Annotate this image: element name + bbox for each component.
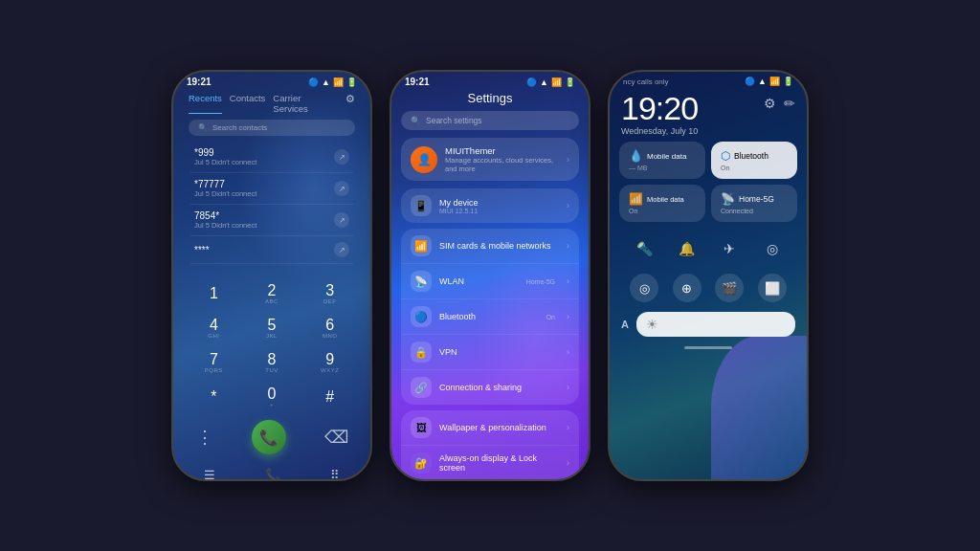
aod-arrow: ›: [567, 458, 569, 468]
settings-aod[interactable]: 🔐 Always-on display & Lock screen ›: [401, 446, 579, 479]
vpn-icon: 🔒: [411, 342, 432, 363]
settings-icon[interactable]: ⚙: [345, 93, 355, 114]
call-item-1[interactable]: *999 Jul 5 Didn't connect ↗: [190, 142, 353, 173]
device-version: MIUI 12.5.11: [439, 208, 559, 214]
call-date-1: Jul 5 Didn't connect: [194, 158, 256, 166]
nav-phone-icon[interactable]: 📞: [265, 468, 280, 479]
home-indicator[interactable]: [684, 346, 732, 349]
tile-data-indicator[interactable]: 📶 Mobile data On: [619, 185, 705, 222]
settings-sim[interactable]: 📶 SIM cards & mobile networks ›: [401, 229, 579, 264]
key-4[interactable]: 4GHI: [187, 313, 241, 343]
call-action-4[interactable]: ↗: [334, 242, 349, 257]
scan-btn[interactable]: ⊕: [673, 274, 702, 302]
mobile-data-label: Mobile data: [647, 152, 686, 161]
settings-section-device: 📱 My device MIUI 12.5.11 ›: [401, 188, 579, 223]
wallpaper-icon: 🖼: [411, 417, 432, 438]
brightness-slider[interactable]: ☀: [636, 312, 795, 337]
phone-3-screen: ncy calls only 🔵 ▲ 📶 🔋 19:20 Wednesday, …: [610, 72, 807, 479]
status-bar-1: 19:21 🔵 ▲ 📶 🔋: [173, 72, 370, 89]
numpad-menu[interactable]: ⋮: [196, 427, 213, 448]
tab-carrier[interactable]: Carrier Services: [273, 93, 338, 114]
cc-date: Wednesday, July 10: [621, 126, 698, 136]
data-indicator-label: Mobile data: [647, 195, 684, 204]
settings-connection[interactable]: 🔗 Connection & sharing ›: [401, 370, 579, 405]
wallpaper-label: Wallpaper & personalization: [439, 423, 559, 432]
cc-action-row: ◎ ⊕ 🎬 ⬜: [610, 270, 807, 306]
tile-wifi[interactable]: 📡 Home-5G Connected: [711, 185, 797, 222]
status-icons-2: 🔵 ▲ 📶 🔋: [526, 77, 575, 87]
call-number-2: *77777: [194, 179, 256, 189]
status-icons-3: 🔵 ▲ 📶 🔋: [745, 77, 793, 86]
call-action-3[interactable]: ↗: [334, 212, 349, 228]
call-action-1[interactable]: ↗: [334, 149, 349, 165]
location-btn[interactable]: ◎: [630, 274, 658, 302]
cc-settings-icon[interactable]: ⚙: [764, 96, 776, 111]
brightness-icon: ☀: [646, 317, 658, 332]
call-action-2[interactable]: ↗: [334, 181, 349, 196]
bluetooth-tile-sub: On: [721, 165, 788, 171]
numpad-backspace[interactable]: ⌫: [324, 427, 348, 448]
status-bar-3: ncy calls only 🔵 ▲ 📶 🔋: [610, 72, 807, 88]
cc-top-actions: ⚙ ✏: [764, 92, 795, 111]
connection-label: Connection & sharing: [439, 383, 559, 392]
tile-mobile-data[interactable]: 💧 Mobile data — MB: [619, 142, 705, 179]
key-5[interactable]: 5JKL: [245, 313, 300, 343]
phone-1-screen: 19:21 🔵 ▲ 📶 🔋 Recents Contacts Carrier S…: [173, 72, 370, 479]
key-8[interactable]: 8TUV: [245, 347, 300, 378]
numpad-bottom: ⋮ 📞 ⌫: [187, 416, 357, 458]
settings-search[interactable]: 🔍 Search settings: [401, 111, 579, 130]
device-label: My device: [439, 198, 559, 208]
phone-3: ncy calls only 🔵 ▲ 📶 🔋 19:20 Wednesday, …: [608, 70, 809, 481]
sim-arrow: ›: [567, 241, 569, 251]
bluetooth-arrow: ›: [567, 312, 569, 321]
sim-icon: 📶: [411, 235, 432, 256]
settings-bluetooth[interactable]: 🔵 Bluetooth On ›: [401, 299, 579, 335]
tile-bluetooth[interactable]: ⬡ Bluetooth On: [711, 142, 797, 179]
key-6[interactable]: 6MNO: [302, 313, 357, 343]
notification-btn[interactable]: 🔔: [674, 235, 701, 262]
search-contacts[interactable]: 🔍 Search contacts: [189, 120, 355, 136]
settings-section-display: 🖼 Wallpaper & personalization › 🔐 Always…: [401, 410, 579, 479]
call-item-3[interactable]: 7854* Jul 5 Didn't connect ↗: [190, 205, 353, 236]
camera-btn[interactable]: 🎬: [715, 274, 744, 302]
wallpaper-arrow: ›: [567, 423, 569, 432]
key-star[interactable]: *: [187, 382, 241, 412]
tab-contacts[interactable]: Contacts: [230, 93, 266, 114]
key-2[interactable]: 2ABC: [245, 278, 300, 309]
nav-menu-icon[interactable]: ☰: [204, 468, 215, 479]
search-icon-1: 🔍: [198, 123, 208, 132]
screen-btn[interactable]: ⬜: [758, 274, 787, 302]
key-7[interactable]: 7PQRS: [187, 347, 241, 378]
call-button[interactable]: 📞: [252, 420, 286, 454]
key-1[interactable]: 1: [187, 278, 241, 309]
wlan-icon: 📡: [411, 271, 432, 292]
key-9[interactable]: 9WXYZ: [302, 347, 357, 378]
settings-profile[interactable]: 👤 MIUIThemer Manage accounts, cloud serv…: [401, 138, 579, 181]
tab-recents[interactable]: Recents: [189, 93, 222, 114]
search-icon-2: 🔍: [411, 116, 421, 125]
status-text-3: ncy calls only: [623, 77, 669, 86]
airplane-btn[interactable]: ✈: [716, 235, 743, 262]
wifi-tile-icon: 📡: [721, 192, 735, 206]
wlan-arrow: ›: [567, 276, 569, 286]
avatar: 👤: [411, 146, 437, 173]
phone-2-screen: 19:21 🔵 ▲ 📶 🔋 Settings 🔍 Search settings…: [391, 72, 589, 479]
flashlight-btn[interactable]: 🔦: [631, 235, 657, 262]
settings-vpn[interactable]: 🔒 VPN ›: [401, 335, 579, 370]
settings-my-device[interactable]: 📱 My device MIUI 12.5.11 ›: [401, 188, 579, 223]
settings-wlan[interactable]: 📡 WLAN Home-5G ›: [401, 264, 579, 299]
key-0[interactable]: 0+: [245, 382, 300, 412]
call-number-4: ****: [194, 245, 210, 255]
device-arrow: ›: [567, 201, 569, 210]
call-date-3: Jul 5 Didn't connect: [194, 221, 256, 230]
nav-apps-icon[interactable]: ⠿: [330, 468, 340, 479]
settings-wallpaper[interactable]: 🖼 Wallpaper & personalization ›: [401, 410, 579, 446]
cc-edit-icon[interactable]: ✏: [784, 96, 795, 111]
key-hash[interactable]: #: [302, 382, 357, 412]
wifi-tile-label: Home-5G: [739, 194, 774, 204]
key-3[interactable]: 3DEF: [302, 278, 357, 309]
call-item-4[interactable]: **** ↗: [190, 236, 353, 264]
focus-btn[interactable]: ◎: [759, 235, 786, 262]
call-list: *999 Jul 5 Didn't connect ↗ *77777 Jul 5…: [183, 142, 361, 264]
call-item-2[interactable]: *77777 Jul 5 Didn't connect ↗: [190, 173, 353, 205]
